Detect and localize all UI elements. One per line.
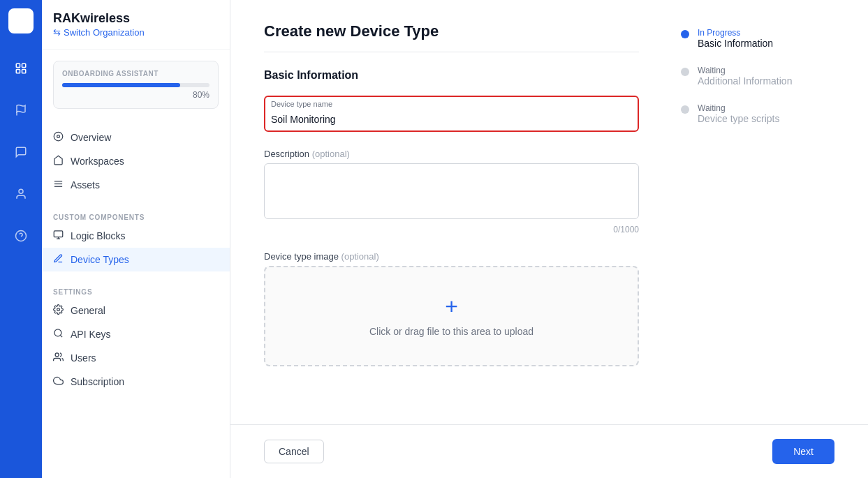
section-title: Basic Information	[264, 69, 639, 82]
sidebar-item-workspaces[interactable]: Workspaces	[42, 149, 230, 173]
app-logo	[8, 8, 34, 33]
sidebar-item-device-types[interactable]: Device Types	[42, 248, 230, 271]
svg-rect-17	[54, 231, 63, 237]
icon-rail	[0, 0, 42, 478]
svg-rect-1	[17, 17, 20, 27]
step-2-status: Waiting	[698, 66, 792, 75]
device-name-wrapper: Device type name	[264, 96, 639, 132]
general-icon	[53, 304, 64, 317]
description-label: Description (optional)	[264, 149, 639, 159]
svg-rect-7	[22, 70, 26, 73]
custom-components-nav: CUSTOM COMPONENTS Logic Blocks Device Ty…	[42, 202, 230, 277]
device-types-icon	[53, 253, 64, 266]
sidebar-item-api-keys-label: API Keys	[71, 329, 111, 340]
sidebar-item-logic-blocks-label: Logic Blocks	[71, 230, 126, 241]
sidebar-item-assets[interactable]: Assets	[42, 173, 230, 197]
step-2-dot	[681, 68, 689, 76]
rail-dashboard-icon[interactable]	[8, 56, 34, 81]
description-optional: (optional)	[312, 149, 350, 159]
custom-components-label: CUSTOM COMPONENTS	[42, 208, 230, 224]
description-textarea[interactable]	[264, 163, 639, 219]
svg-rect-3	[24, 14, 27, 27]
switch-org-label: Switch Organization	[64, 27, 145, 38]
main-panel: Create new Device Type Basic Information…	[230, 0, 868, 478]
settings-nav: SETTINGS General API Keys	[42, 277, 230, 399]
sidebar-item-general[interactable]: General	[42, 299, 230, 322]
onboarding-label: ONBOARDING ASSISTANT	[62, 70, 209, 77]
rail-user-icon[interactable]	[8, 181, 34, 207]
image-upload-area[interactable]: + Click or drag file to this area to upl…	[264, 266, 639, 366]
subscription-icon	[53, 375, 64, 388]
form-section: Create new Device Type Basic Information…	[264, 22, 639, 402]
step-1-status: In Progress	[698, 28, 773, 38]
svg-point-21	[55, 353, 59, 357]
description-field-group: Description (optional) 0/1000	[264, 149, 639, 234]
cancel-button[interactable]: Cancel	[264, 440, 324, 463]
sidebar-item-assets-label: Assets	[71, 179, 100, 191]
sidebar-item-overview-label: Overview	[71, 132, 111, 143]
settings-label: SETTINGS	[42, 283, 230, 299]
sidebar-item-device-types-label: Device Types	[71, 254, 129, 265]
step-3-info: Waiting Device type scripts	[698, 103, 779, 124]
svg-point-13	[57, 135, 60, 138]
svg-rect-2	[21, 20, 23, 27]
step-2: Waiting Additional Information	[681, 66, 834, 87]
device-name-field-group: Device type name	[264, 96, 639, 132]
sidebar-header: RAKwireless ⇆ Switch Organization	[42, 11, 230, 50]
svg-rect-6	[16, 70, 20, 73]
progress-percent: 80%	[62, 90, 209, 100]
svg-line-20	[60, 335, 62, 337]
svg-point-19	[54, 329, 61, 336]
svg-point-18	[57, 308, 60, 311]
sidebar-item-logic-blocks[interactable]: Logic Blocks	[42, 224, 230, 248]
onboarding-assistant: ONBOARDING ASSISTANT 80%	[53, 61, 219, 109]
users-icon	[53, 352, 64, 364]
main-content: Create new Device Type Basic Information…	[230, 0, 868, 424]
api-keys-icon	[53, 328, 64, 341]
step-3-name: Device type scripts	[698, 113, 779, 124]
workspaces-icon	[53, 155, 64, 167]
step-2-name: Additional Information	[698, 75, 792, 87]
page-title: Create new Device Type	[264, 22, 639, 52]
image-optional: (optional)	[341, 251, 379, 262]
main-nav: Overview Workspaces Assets	[42, 120, 230, 202]
sidebar-item-users[interactable]: Users	[42, 346, 230, 370]
org-name: RAKwireless	[53, 11, 219, 26]
form-actions: Cancel Next	[230, 424, 868, 478]
device-name-input[interactable]	[271, 111, 632, 128]
progress-bar-fill	[62, 83, 180, 87]
step-3: Waiting Device type scripts	[681, 103, 834, 124]
progress-bar-background	[62, 83, 209, 87]
step-1-name: Basic Information	[698, 38, 773, 49]
device-name-label: Device type name	[271, 100, 632, 108]
sidebar: RAKwireless ⇆ Switch Organization ONBOAR…	[42, 0, 230, 478]
sidebar-item-workspaces-label: Workspaces	[71, 156, 124, 167]
step-3-status: Waiting	[698, 103, 779, 113]
logic-blocks-icon	[53, 230, 64, 242]
rail-help-icon[interactable]	[8, 223, 34, 248]
svg-point-12	[54, 132, 63, 141]
rail-chat-icon[interactable]	[8, 140, 34, 165]
sidebar-item-api-keys[interactable]: API Keys	[42, 322, 230, 346]
svg-point-9	[19, 189, 23, 193]
sidebar-item-subscription-label: Subscription	[71, 376, 124, 387]
image-label: Device type image (optional)	[264, 251, 639, 262]
svg-rect-0	[14, 15, 16, 27]
sidebar-item-users-label: Users	[71, 352, 96, 364]
sidebar-item-subscription[interactable]: Subscription	[42, 370, 230, 394]
upload-text: Click or drag file to this area to uploa…	[279, 326, 624, 337]
svg-rect-5	[22, 64, 26, 67]
assets-icon	[53, 179, 64, 191]
step-1: In Progress Basic Information	[681, 28, 834, 49]
step-1-dot	[681, 30, 689, 38]
sidebar-item-general-label: General	[71, 305, 105, 316]
step-1-info: In Progress Basic Information	[698, 28, 773, 49]
overview-icon	[53, 131, 64, 144]
svg-rect-4	[16, 64, 20, 67]
image-field-group: Device type image (optional) + Click or …	[264, 251, 639, 366]
switch-org-button[interactable]: ⇆ Switch Organization	[53, 27, 219, 38]
next-button[interactable]: Next	[772, 439, 834, 464]
rail-flag-icon[interactable]	[8, 98, 34, 123]
sidebar-item-overview[interactable]: Overview	[42, 126, 230, 149]
char-count: 0/1000	[264, 225, 639, 234]
